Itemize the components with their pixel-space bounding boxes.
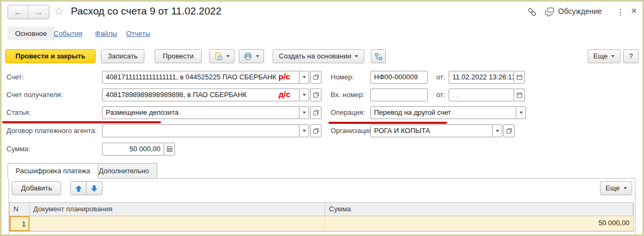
calendar-icon [516, 74, 523, 80]
incoming-date-calendar-button[interactable] [514, 88, 525, 101]
annotation-underline-operation [328, 122, 447, 124]
get-link-icon[interactable] [527, 7, 537, 17]
arrow-down-icon [91, 185, 98, 192]
arrow-up-icon [75, 185, 82, 192]
history-nav-group: ← → [8, 5, 49, 19]
incoming-number-label: Вх. номер: [331, 88, 365, 101]
write-button[interactable]: Записать [101, 49, 144, 63]
move-row-down-button[interactable] [86, 181, 103, 195]
back-arrow-icon: ← [14, 8, 23, 17]
recipient-open-button[interactable] [310, 88, 321, 101]
item-label: Статья: [6, 106, 31, 119]
agent-contract-open-button[interactable] [310, 124, 321, 137]
incoming-number-field[interactable] [370, 88, 428, 101]
column-header-n: N [10, 203, 30, 216]
more-menu-icon[interactable]: ⋮ [616, 7, 625, 17]
forward-arrow-icon: → [34, 8, 43, 17]
account-dropdown-button[interactable] [299, 71, 309, 84]
post-button[interactable]: Провести [155, 49, 202, 63]
agent-contract-label: Договор платежного агента: [6, 124, 97, 137]
recipient-account-field[interactable]: 40817898989898989898, в ПАО СБЕРБАНК [102, 88, 299, 101]
account-open-button[interactable] [310, 71, 321, 84]
table-row-planning-doc-cell[interactable] [30, 216, 325, 231]
organization-dropdown-button[interactable] [492, 124, 502, 137]
discussion-label[interactable]: Обсуждение [558, 7, 602, 16]
column-header-planning-doc: Документ планирования [30, 203, 325, 216]
amount-label: Сумма: [6, 143, 30, 156]
item-field[interactable]: Размещение депозита [102, 106, 299, 119]
planning-table: N Документ планирования Сумма 1 50 000,0… [9, 202, 634, 232]
incoming-date-field[interactable]: . . [449, 88, 514, 101]
organization-open-button[interactable] [503, 124, 515, 137]
item-dropdown-button[interactable] [299, 106, 309, 119]
forward-button[interactable]: → [28, 5, 49, 19]
annotation-underline-item [2, 121, 161, 123]
operation-field[interactable]: Перевод на другой счет [370, 106, 516, 119]
document-clock-icon [214, 52, 223, 61]
account-label: Счет: [6, 71, 24, 84]
tab-additional[interactable]: Дополнительно [91, 163, 157, 179]
number-label: Номер: [331, 71, 354, 84]
annotation-recipient: д/с [279, 88, 290, 101]
date-label: от: [436, 71, 445, 84]
back-button[interactable]: ← [8, 5, 28, 19]
close-icon[interactable]: × [631, 5, 637, 17]
post-and-close-button[interactable]: Провести и закрыть [5, 49, 96, 63]
agent-contract-dropdown-button[interactable] [299, 124, 309, 137]
date-field[interactable]: 11.02.2022 13:26:13 [449, 71, 514, 84]
tab-reports[interactable]: Отчеты [126, 30, 150, 38]
agent-contract-field[interactable] [102, 124, 299, 137]
amount-calculator-button[interactable] [164, 143, 175, 156]
page-title: Расход со счета 9 от 11.02.2022 [71, 5, 222, 17]
account-field[interactable]: 40817111111111111111, в 044525225 ПАО СБ… [102, 71, 299, 84]
related-documents-button[interactable] [371, 49, 386, 63]
operation-dropdown-button[interactable] [516, 106, 526, 119]
tab-events[interactable]: События [54, 30, 83, 38]
column-header-amount: Сумма [325, 203, 633, 216]
detail-more-button[interactable]: Еще [600, 181, 632, 195]
posting-records-button[interactable] [209, 49, 235, 63]
tab-main[interactable]: Основное [8, 27, 55, 40]
tab-files[interactable]: Файлы [95, 30, 117, 38]
move-row-up-button[interactable] [70, 181, 86, 195]
amount-field[interactable]: 50 000,00 [102, 143, 164, 156]
number-field[interactable]: НФ00-000009 [370, 71, 428, 84]
favorite-star-icon[interactable]: ☆ [54, 4, 64, 18]
operation-label: Операция: [331, 106, 365, 119]
discussion-icon[interactable] [544, 6, 555, 17]
table-row-number-cell[interactable]: 1 [10, 216, 30, 231]
help-button[interactable]: ? [623, 49, 639, 63]
incoming-date-label: от: [436, 88, 445, 101]
commandbar-more-button[interactable]: Еще [588, 49, 620, 63]
item-open-button[interactable] [310, 106, 321, 119]
structure-icon [375, 53, 383, 61]
printer-icon [244, 52, 252, 61]
print-button[interactable] [239, 49, 264, 63]
table-row-amount-cell[interactable]: 50 000,00 [325, 216, 633, 231]
create-based-on-button[interactable]: Создать на основании [273, 49, 364, 63]
tab-payment-details[interactable]: Расшифровка платежа [8, 163, 98, 179]
recipient-dropdown-button[interactable] [299, 88, 309, 101]
recipient-account-label: Счет получателя: [6, 88, 63, 101]
organization-field[interactable]: РОГА И КОПЫТА [370, 124, 493, 137]
calendar-icon [516, 92, 523, 98]
organization-label: Организация: [331, 124, 375, 137]
add-row-button[interactable]: Добавить [12, 181, 61, 195]
annotation-account: р/с [279, 70, 290, 83]
row-move-group [70, 181, 103, 195]
calculator-icon [166, 146, 173, 152]
date-calendar-button[interactable] [514, 71, 525, 84]
